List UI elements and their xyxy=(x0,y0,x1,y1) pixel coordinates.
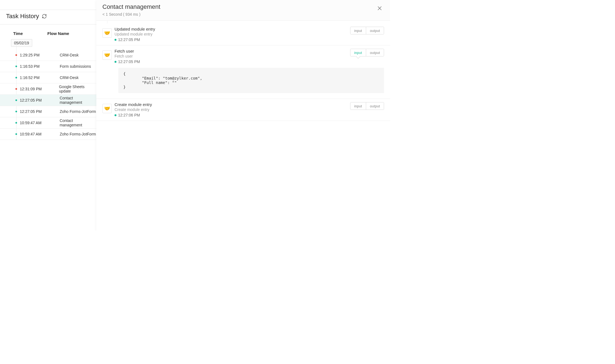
task-row[interactable]: 12:31:09 PMGoogle Sheets update xyxy=(0,83,96,95)
step-subtitle: Fetch user xyxy=(115,54,140,58)
task-row[interactable]: 1:16:52 PMCRM-Desk xyxy=(0,72,96,83)
close-icon[interactable] xyxy=(377,3,382,12)
task-flow-name: Form submissions xyxy=(49,64,91,69)
task-row[interactable]: 10:59:47 AMContact management xyxy=(0,117,96,129)
task-time: 12:31:09 PM xyxy=(17,87,48,91)
task-flow-name: Contact management xyxy=(49,118,96,127)
step-time: 12:27:05 PM xyxy=(118,37,140,42)
date-chip-row: 05/02/19 xyxy=(0,39,96,50)
io-toggle: inputoutput xyxy=(350,102,384,110)
step-header: Create module entryCreate module entry12… xyxy=(115,102,384,117)
step-title: Create module entry xyxy=(115,102,152,107)
status-dot xyxy=(115,39,116,41)
task-time: 12:27:05 PM xyxy=(17,109,49,114)
task-time: 1:16:53 PM xyxy=(17,64,49,69)
execution-step: 🤝Fetch userFetch user12:27:05 PMinputout… xyxy=(96,45,390,99)
payload-code: { "Email": "tom@zylker.com", "Full name"… xyxy=(118,68,384,93)
step-subtitle: Create module entry xyxy=(115,107,152,112)
date-chip[interactable]: 05/02/19 xyxy=(11,39,32,47)
top-bar xyxy=(0,0,96,10)
col-header-flow: Flow Name xyxy=(47,31,69,36)
step-title: Updated module entry xyxy=(115,27,155,31)
step-time-row: 12:27:05 PM xyxy=(115,59,140,64)
step-header: Fetch userFetch user12:27:05 PMinputoutp… xyxy=(115,49,384,64)
status-dot xyxy=(115,114,116,116)
task-time: 1:29:25 PM xyxy=(17,53,49,57)
detail-header: Contact management < 1 Second ( 934 ms ) xyxy=(96,0,390,21)
handshake-icon: 🤝 xyxy=(102,50,112,60)
task-flow-name: Google Sheets update xyxy=(48,85,96,93)
task-time: 12:27:05 PM xyxy=(17,98,49,102)
handshake-icon: 🤝 xyxy=(102,104,112,113)
task-flow-name: CRM-Desk xyxy=(49,53,78,57)
status-dot xyxy=(115,61,116,63)
output-button[interactable]: output xyxy=(366,49,384,56)
output-button[interactable]: output xyxy=(366,27,384,34)
detail-duration: < 1 Second ( 934 ms ) xyxy=(102,12,160,17)
page-title: Task History xyxy=(6,13,39,20)
step-time-row: 12:27:05 PM xyxy=(115,37,155,42)
refresh-icon[interactable] xyxy=(42,14,47,19)
task-flow-name: Zoho Forms-JotForm xyxy=(49,132,96,136)
task-history-panel: Task History Time Flow Name 05/02/19 1:2… xyxy=(0,0,96,231)
output-button[interactable]: output xyxy=(366,102,384,110)
execution-step: 🤝Updated module entryUpdated module entr… xyxy=(96,23,390,45)
task-time: 10:59:47 AM xyxy=(17,132,49,136)
title-row: Task History xyxy=(0,10,96,25)
task-flow-name: CRM-Desk xyxy=(49,75,78,80)
execution-step: 🤝Create module entryCreate module entry1… xyxy=(96,99,390,121)
handshake-icon: 🤝 xyxy=(102,28,112,38)
step-title: Fetch user xyxy=(115,49,140,53)
io-toggle: inputoutput xyxy=(350,27,384,34)
task-row[interactable]: 10:59:47 AMZoho Forms-JotForm xyxy=(0,129,96,140)
step-time-row: 12:27:06 PM xyxy=(115,113,152,117)
task-rows: 1:29:25 PMCRM-Desk1:16:53 PMForm submiss… xyxy=(0,50,96,140)
task-row[interactable]: 12:27:05 PMZoho Forms-JotForm xyxy=(0,106,96,117)
task-row[interactable]: 1:29:25 PMCRM-Desk xyxy=(0,50,96,61)
task-time: 10:59:47 AM xyxy=(17,121,49,125)
column-headers: Time Flow Name xyxy=(0,25,96,39)
step-subtitle: Updated module entry xyxy=(115,32,155,36)
task-detail-panel: Contact management < 1 Second ( 934 ms )… xyxy=(96,0,390,231)
input-button[interactable]: input xyxy=(350,27,366,34)
step-time: 12:27:05 PM xyxy=(118,59,140,64)
task-flow-name: Zoho Forms-JotForm xyxy=(49,109,96,114)
input-button[interactable]: input xyxy=(350,102,366,110)
execution-steps: 🤝Updated module entryUpdated module entr… xyxy=(96,21,390,121)
step-header: Updated module entryUpdated module entry… xyxy=(115,27,384,42)
detail-title: Contact management xyxy=(102,3,160,10)
col-header-time: Time xyxy=(0,31,47,36)
step-time: 12:27:06 PM xyxy=(118,113,140,117)
task-row[interactable]: 1:16:53 PMForm submissions xyxy=(0,61,96,72)
io-toggle: inputoutput xyxy=(350,49,384,56)
task-flow-name: Contact management xyxy=(49,96,96,105)
task-row[interactable]: 12:27:05 PMContact management xyxy=(0,95,96,106)
task-time: 1:16:52 PM xyxy=(17,75,49,80)
